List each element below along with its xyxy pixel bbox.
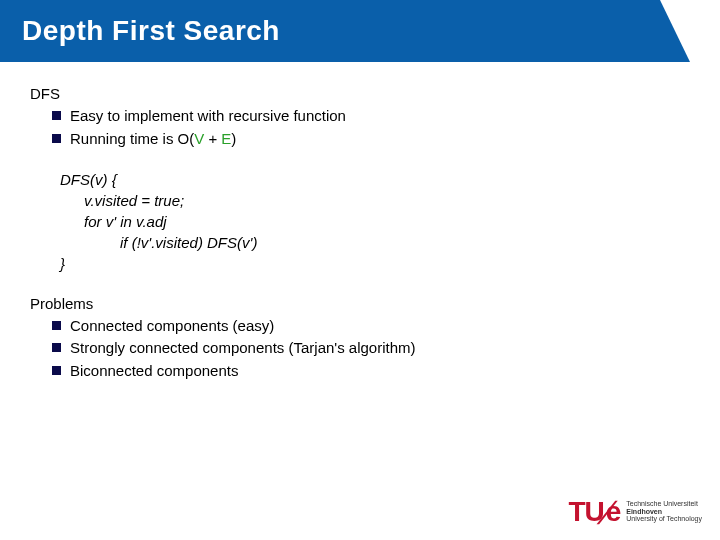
logo-line: Technische Universiteit bbox=[626, 500, 702, 508]
bullet-text: Easy to implement with recursive functio… bbox=[70, 107, 346, 124]
list-item: Biconnected components bbox=[52, 361, 690, 381]
code-line: v.visited = true; bbox=[60, 190, 690, 211]
list-item: Running time is O(V + E) bbox=[52, 129, 690, 149]
slide-title: Depth First Search bbox=[22, 15, 280, 47]
bullet-text-prefix: Running time is O( bbox=[70, 130, 194, 147]
university-logo: TU/e Technische Universiteit Eindhoven U… bbox=[568, 494, 702, 526]
logo-line: Eindhoven bbox=[626, 508, 702, 516]
list-item: Easy to implement with recursive functio… bbox=[52, 106, 690, 126]
logo-text: Technische Universiteit Eindhoven Univer… bbox=[626, 500, 702, 526]
var-v: V bbox=[194, 130, 204, 147]
section-problems: Problems Connected components (easy) Str… bbox=[30, 294, 690, 381]
var-e: E bbox=[221, 130, 231, 147]
bullet-text: Biconnected components bbox=[70, 362, 238, 379]
code-line: DFS(v) { bbox=[60, 169, 690, 190]
bullet-list: Connected components (easy) Strongly con… bbox=[30, 316, 690, 381]
bullet-text-mid: + bbox=[204, 130, 221, 147]
code-line: for v' in v.adj bbox=[60, 211, 690, 232]
logo-mark: TU/e bbox=[568, 494, 620, 526]
code-line: } bbox=[60, 253, 690, 274]
bullet-text: Connected components (easy) bbox=[70, 317, 274, 334]
logo-line: University of Technology bbox=[626, 515, 702, 523]
section-title: Problems bbox=[30, 294, 690, 314]
pseudocode: DFS(v) { v.visited = true; for v' in v.a… bbox=[30, 169, 690, 274]
bullet-text-suffix: ) bbox=[231, 130, 236, 147]
code-line: if (!v'.visited) DFS(v') bbox=[60, 232, 690, 253]
list-item: Connected components (easy) bbox=[52, 316, 690, 336]
slide-header: Depth First Search bbox=[0, 0, 660, 62]
section-title: DFS bbox=[30, 84, 690, 104]
section-dfs: DFS Easy to implement with recursive fun… bbox=[30, 84, 690, 149]
bullet-list: Easy to implement with recursive functio… bbox=[30, 106, 690, 149]
bullet-text: Strongly connected components (Tarjan's … bbox=[70, 339, 416, 356]
list-item: Strongly connected components (Tarjan's … bbox=[52, 338, 690, 358]
slide-content: DFS Easy to implement with recursive fun… bbox=[0, 62, 720, 381]
